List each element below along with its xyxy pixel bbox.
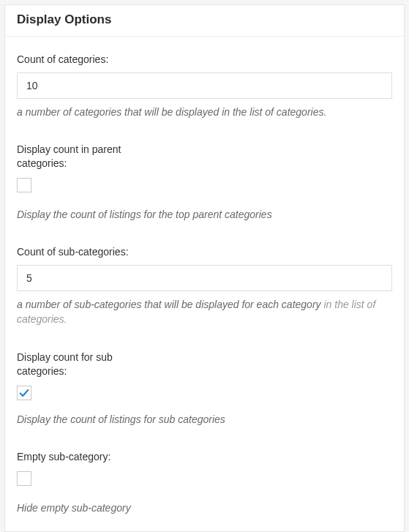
- panel-title: Display Options: [17, 12, 392, 27]
- label-display-count-sub: Display count for sub categories:: [17, 351, 163, 378]
- panel-body: Count of categories: a number of categor…: [5, 37, 404, 531]
- label-display-count-parent: Display count in parent categories:: [17, 143, 163, 171]
- input-count-categories[interactable]: [17, 72, 392, 99]
- panel-header: Display Options: [5, 5, 404, 37]
- field-count-subcategories: Count of sub-categories: a number of sub…: [17, 245, 392, 326]
- checkbox-display-count-sub[interactable]: [17, 386, 31, 400]
- checkbox-display-count-parent[interactable]: [17, 178, 31, 192]
- input-count-subcategories[interactable]: [17, 265, 392, 291]
- field-empty-subcategory: Empty sub-category: Hide empty sub-categ…: [17, 450, 392, 515]
- label-count-categories: Count of categories:: [17, 53, 163, 67]
- help-display-count-parent: Display the count of listings for the to…: [17, 207, 392, 222]
- help-count-subcategories: a number of sub-categories that will be …: [17, 297, 392, 327]
- field-display-count-parent: Display count in parent categories: Disp…: [17, 143, 392, 222]
- label-empty-subcategory: Empty sub-category:: [17, 450, 163, 464]
- check-icon: [19, 388, 29, 398]
- help-display-count-sub: Display the count of listings for sub ca…: [17, 412, 392, 427]
- label-count-subcategories: Count of sub-categories:: [17, 245, 163, 259]
- field-count-categories: Count of categories: a number of categor…: [17, 53, 392, 119]
- checkbox-empty-subcategory[interactable]: [17, 471, 31, 486]
- field-display-count-sub: Display count for sub categories: Displa…: [17, 351, 392, 427]
- help-count-categories: a number of categories that will be disp…: [17, 105, 392, 119]
- display-options-panel: Display Options Count of categories: a n…: [4, 4, 405, 532]
- help-empty-subcategory: Hide empty sub-category: [17, 501, 392, 515]
